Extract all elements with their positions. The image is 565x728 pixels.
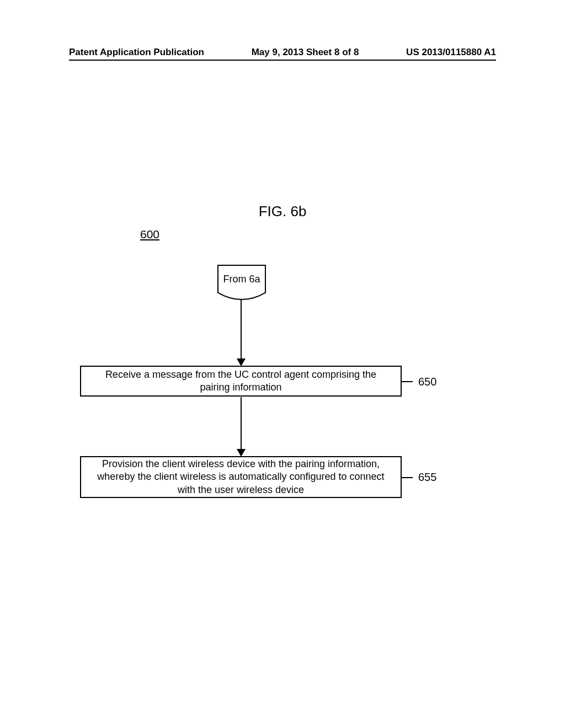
arrow-to-box-655 [241, 397, 242, 451]
header-publication: Patent Application Publication [69, 47, 204, 58]
figure-title: FIG. 6b [0, 203, 565, 220]
connector-from-6a: From 6a [217, 265, 266, 292]
header-patent-number: US 2013/0115880 A1 [406, 47, 496, 58]
header-date-sheet: May 9, 2013 Sheet 8 of 8 [252, 47, 359, 58]
arrowhead-icon [237, 358, 246, 366]
connector-bottom-shape [217, 291, 266, 300]
reference-number-650: 650 [418, 376, 436, 388]
arrowhead-icon [237, 449, 246, 457]
reference-number-655: 655 [418, 471, 436, 484]
flowchart-box-650: Receive a message from the UC control ag… [80, 366, 402, 397]
header-divider [69, 60, 496, 61]
flowchart-box-655: Provision the client wireless device wit… [80, 456, 402, 498]
page-header: Patent Application Publication May 9, 20… [69, 47, 496, 58]
arrow-to-box-650 [241, 300, 242, 361]
reference-line-655 [402, 477, 413, 478]
figure-number: 600 [140, 228, 159, 241]
reference-line-650 [402, 381, 413, 382]
